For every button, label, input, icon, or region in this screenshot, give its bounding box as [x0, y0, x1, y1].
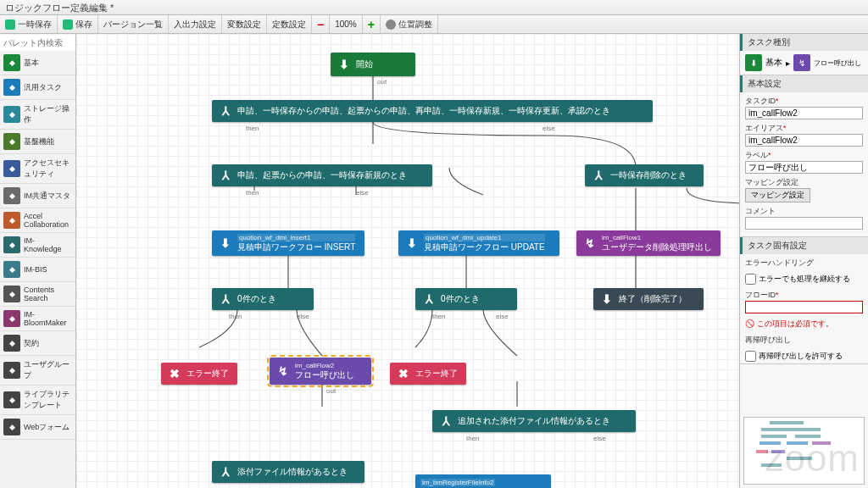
zoom-in-button[interactable]: +	[363, 15, 381, 33]
palette-search-input[interactable]	[0, 35, 75, 51]
task-type-flow: フロー呼び出し	[814, 58, 861, 68]
palette-item[interactable]: ◆ストレージ操作	[0, 100, 75, 130]
palette-icon: ◆	[3, 362, 20, 379]
palette-label: Webフォーム	[24, 422, 70, 433]
alias-input[interactable]	[745, 134, 863, 147]
zoom-out-button[interactable]: −	[312, 15, 330, 33]
node-branch-zero2[interactable]: ⅄0件のとき	[415, 288, 517, 310]
branch-icon: ⅄	[217, 463, 234, 480]
node-task-register[interactable]: im_bmRegisterFileInfo2	[415, 474, 551, 488]
node-branch-zero1[interactable]: ⅄0件のとき	[212, 288, 314, 310]
plus-icon: +	[368, 18, 375, 31]
palette-icon: ◆	[3, 261, 20, 278]
errhandle-checkbox[interactable]: エラーでも処理を継続する	[740, 272, 868, 286]
palette-item[interactable]: ◆IM共通マスタ	[0, 184, 75, 208]
palette-icon: ◆	[3, 187, 20, 204]
palette-item[interactable]: ◆ライブラリテンプレート	[0, 385, 75, 415]
temp-save-button[interactable]: 一時保存	[0, 15, 58, 33]
palette-item[interactable]: ◆Contents Search	[0, 282, 75, 307]
branch-icon: ⅄	[217, 291, 234, 308]
recursive-checkbox[interactable]: 再帰呼び出しを許可する	[740, 349, 868, 363]
port-else: else	[542, 125, 555, 132]
palette-icon: ◆	[3, 160, 20, 177]
port-out: out	[326, 387, 336, 395]
palette-item[interactable]: ◆Accel Collaboration	[0, 208, 75, 233]
node-callflow-selected[interactable]: ↯im_callFlow2フロー呼び出し	[270, 358, 371, 385]
palette-item[interactable]: ◆契約	[0, 331, 75, 356]
port-then: then	[246, 189, 259, 197]
end-icon: ⬇	[598, 291, 615, 308]
palette-item[interactable]: ◆Webフォーム	[0, 415, 75, 440]
palette-label: Accel Collaboration	[24, 212, 72, 229]
minus-icon: −	[317, 18, 324, 31]
io-settings-button[interactable]: 入出力設定	[169, 15, 222, 33]
node-task-userdel[interactable]: ↯im_callFlow1ユーザデータ削除処理呼出し	[576, 230, 721, 256]
branch-icon: ⅄	[420, 291, 437, 308]
download-icon: ⬇	[403, 235, 420, 252]
palette-item[interactable]: ◆汎用タスク	[0, 75, 75, 100]
palette-item[interactable]: ◆IM-BloomMaker	[0, 307, 75, 331]
window-title: ロジックフロー定義編集 *	[0, 0, 868, 15]
chevron-right-icon: ▸	[786, 58, 790, 68]
task-type-head: タスク種別	[740, 34, 868, 51]
error-icon: ✖	[395, 365, 412, 382]
node-error2[interactable]: ✖エラー終了	[390, 363, 466, 385]
zoom-level: 100%	[330, 15, 363, 33]
download-icon: ⬇	[217, 235, 234, 252]
palette-icon: ◆	[3, 133, 20, 150]
flowid-error: 🚫 この項目は必須です。	[740, 317, 868, 331]
node-end-delete[interactable]: ⬇終了（削除完了）	[593, 288, 704, 310]
node-task-insert[interactable]: ⬇quotion_wf_dmi_insert1見積申請ワークフロー INSERT	[212, 230, 364, 256]
call-icon: ↯	[581, 235, 598, 252]
var-settings-button[interactable]: 変数設定	[222, 15, 267, 33]
flow-type-icon: ↯	[793, 54, 810, 71]
node-branch-tempdel[interactable]: ⅄一時保存削除のとき	[585, 164, 704, 186]
flow-canvas[interactable]: ⬇開始 out ⅄申請、一時保存からの申請、起票からの申請、再申請、一時保存新規…	[76, 34, 739, 488]
palette-label: IM共通マスタ	[24, 191, 70, 202]
toolbar: 一時保存 保存 バージョン一覧 入出力設定 変数設定 定数設定 − 100% +…	[0, 15, 868, 34]
branch-icon: ⅄	[437, 413, 454, 430]
branch-icon: ⅄	[217, 167, 234, 184]
palette-label: IM-BloomMaker	[24, 310, 72, 327]
flowid-input[interactable]	[745, 301, 863, 313]
palette-icon: ◆	[3, 236, 20, 253]
palette-label: 契約	[24, 338, 39, 349]
palette-icon: ◆	[3, 310, 20, 327]
branch-icon: ⅄	[590, 167, 607, 184]
palette-icon: ◆	[3, 419, 20, 435]
palette-item[interactable]: ◆アクセスセキュリティ	[0, 154, 75, 184]
task-id-input[interactable]	[745, 107, 863, 119]
palette-item[interactable]: ◆基盤機能	[0, 130, 75, 154]
node-branch-apply[interactable]: ⅄申請、起票からの申請、一時保存新規のとき	[212, 164, 432, 186]
palette-label: ライブラリテンプレート	[24, 389, 72, 411]
palette-item[interactable]: ◆ユーザグループ	[0, 356, 75, 385]
basic-settings-head: 基本設定	[740, 75, 868, 92]
node-branch-attach[interactable]: ⅄追加された添付ファイル情報があるとき	[432, 410, 636, 432]
comment-input[interactable]	[745, 217, 863, 230]
node-branch-main[interactable]: ⅄申請、一時保存からの申請、起票からの申請、再申請、一時保存新規、一時保存更新、…	[212, 100, 653, 122]
banner: アクション処理の修正	[739, 34, 740, 54]
palette-label: ストレージ操作	[24, 103, 72, 125]
palette-label: IM-Knowledge	[24, 236, 72, 253]
port-else: else	[297, 313, 309, 320]
palette-label: ユーザグループ	[24, 359, 72, 381]
port-else: else	[356, 189, 369, 197]
branch-icon: ⅄	[217, 103, 234, 119]
node-task-update[interactable]: ⬇quotion_wf_dmi_update1見積申請ワークフロー UPDATE	[398, 230, 559, 256]
palette-label: 汎用タスク	[24, 82, 62, 93]
palette-item[interactable]: ◆IM-Knowledge	[0, 233, 75, 258]
node-error1[interactable]: ✖エラー終了	[161, 363, 237, 385]
save-button[interactable]: 保存	[58, 15, 98, 33]
palette-item[interactable]: ◆IM-BIS	[0, 258, 75, 282]
specific-settings-head: タスク固有設定	[740, 237, 868, 254]
palette-icon: ◆	[3, 54, 20, 71]
version-list-button[interactable]: バージョン一覧	[98, 15, 169, 33]
mapping-button[interactable]: マッピング設定	[745, 188, 810, 202]
palette-item[interactable]: ◆基本	[0, 51, 75, 75]
label-input[interactable]	[745, 161, 863, 174]
node-start[interactable]: ⬇開始	[331, 53, 415, 76]
pos-adjust-button[interactable]: 位置調整	[381, 15, 438, 33]
node-branch-attach2[interactable]: ⅄添付ファイル情報があるとき	[212, 461, 364, 483]
const-settings-button[interactable]: 定数設定	[267, 15, 312, 33]
gear-icon	[386, 19, 396, 30]
